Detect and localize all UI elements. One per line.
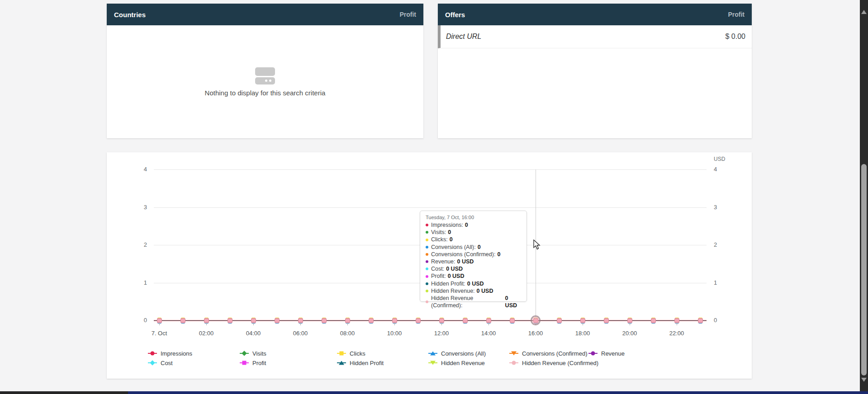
x-axis-label: 18:00	[569, 330, 596, 337]
legend-label: Conversions (Confirmed)	[522, 350, 588, 357]
chart-tooltip: Tuesday, 7 Oct, 16:00 Impressions:0Visit…	[420, 211, 527, 302]
y-axis-label-right: 2	[714, 241, 732, 248]
y-axis-label-right: 1	[714, 279, 732, 286]
zero-value-line	[154, 320, 707, 321]
triangle-down-marker-icon	[509, 350, 518, 356]
offer-row-direct-url[interactable]: Direct URL $ 0.00	[438, 25, 752, 48]
legend-item-hidden-revenue-confirmed[interactable]: Hidden Revenue (Confirmed)	[509, 360, 598, 366]
y-axis-label-right: 0	[714, 317, 732, 324]
series-color-dot	[426, 260, 428, 263]
legend-item-revenue[interactable]: Revenue	[588, 350, 625, 356]
server-icon	[255, 67, 275, 84]
x-axis-label: 20:00	[616, 330, 643, 337]
x-axis-label: 02:00	[193, 330, 220, 337]
legend-label: Conversions (All)	[441, 350, 486, 357]
x-axis-tick	[159, 322, 160, 325]
circle-marker-icon	[148, 350, 157, 356]
circle-marker-icon	[588, 350, 598, 356]
x-axis-label: 12:00	[428, 330, 455, 337]
x-axis-tick	[300, 322, 301, 325]
series-color-dot	[426, 275, 428, 278]
circle-marker-icon	[509, 360, 518, 366]
data-point-marker-13:00[interactable]	[463, 318, 468, 323]
data-point-marker-15:00[interactable]	[510, 318, 515, 323]
offers-panel: Offers Profit Direct URL $ 0.00	[438, 4, 752, 138]
tooltip-title: Tuesday, 7 Oct, 16:00	[426, 215, 521, 220]
gridline-y4	[154, 169, 707, 170]
legend-label: Hidden Profit	[350, 360, 384, 366]
diamond-marker-icon	[148, 360, 157, 366]
data-point-marker-21:00[interactable]	[651, 318, 656, 323]
x-axis-label: 10:00	[381, 330, 408, 337]
x-axis-tick	[347, 322, 348, 325]
data-point-marker-11:00[interactable]	[416, 318, 421, 323]
x-axis-tick	[630, 322, 630, 325]
vertical-scrollbar[interactable]	[860, 0, 868, 391]
mouse-cursor-icon	[533, 239, 541, 250]
legend-item-hidden-profit[interactable]: Hidden Profit	[337, 360, 384, 366]
series-color-dot	[426, 253, 428, 256]
empty-state-message: Nothing to display for this search crite…	[205, 89, 326, 97]
series-color-dot	[426, 282, 428, 285]
tooltip-row: Impressions:0	[426, 221, 521, 229]
x-axis-label: 7. Oct	[146, 330, 173, 337]
data-point-marker-17:00[interactable]	[557, 318, 562, 323]
y-axis-label-left: 3	[129, 204, 147, 211]
legend-item-profit[interactable]: Profit	[240, 360, 266, 366]
data-point-marker-09:00[interactable]	[369, 318, 374, 323]
y-axis-label-left: 4	[129, 166, 147, 173]
square-marker-icon	[337, 350, 346, 356]
series-color-dot	[426, 267, 428, 270]
offers-panel-title: Offers	[445, 11, 465, 19]
scroll-up-icon[interactable]	[861, 10, 867, 14]
triangle-down-marker-icon	[428, 360, 437, 366]
data-point-marker-05:00[interactable]	[275, 318, 280, 323]
x-axis-tick	[253, 322, 254, 325]
data-point-marker-07:00[interactable]	[322, 318, 327, 323]
legend-label: Hidden Revenue (Confirmed)	[522, 360, 598, 366]
y-axis-label-left: 0	[129, 317, 147, 324]
legend-label: Profit	[252, 360, 266, 366]
data-point-marker-03:00[interactable]	[228, 318, 232, 323]
x-axis-tick	[394, 322, 395, 325]
countries-panel-header: Countries Profit	[107, 4, 423, 25]
data-point-marker-19:00[interactable]	[604, 318, 609, 323]
legend-item-visits[interactable]: Visits	[240, 350, 266, 356]
y-axis-label-left: 1	[129, 279, 147, 286]
series-color-dot	[426, 231, 428, 234]
x-axis-tick	[583, 322, 583, 325]
legend-item-conversions-confirmed[interactable]: Conversions (Confirmed)	[509, 350, 588, 356]
series-color-dot	[426, 300, 428, 303]
data-point-marker-23:00[interactable]	[698, 318, 703, 323]
legend-item-hidden-revenue[interactable]: Hidden Revenue	[428, 360, 485, 366]
triangle-up-marker-icon	[337, 360, 346, 366]
series-color-dot	[426, 290, 428, 292]
hovered-point-halo	[531, 315, 541, 325]
scrollbar-thumb[interactable]	[861, 164, 867, 375]
data-point-marker-01:00[interactable]	[180, 318, 185, 323]
tooltip-row: Hidden Revenue:0 USD	[426, 287, 521, 295]
legend-item-clicks[interactable]: Clicks	[337, 350, 365, 356]
tooltip-row: Hidden Profit:0 USD	[426, 280, 521, 287]
countries-empty-state: Nothing to display for this search crite…	[107, 25, 423, 138]
countries-panel: Countries Profit Nothing to display for …	[107, 4, 423, 138]
series-color-dot	[426, 239, 428, 241]
x-axis-label: 16:00	[522, 330, 549, 337]
bottom-edge-bar-left	[0, 391, 128, 394]
bottom-edge-bar	[0, 391, 868, 394]
legend-label: Visits	[252, 350, 266, 357]
offers-metric-header: Profit	[728, 11, 745, 18]
legend-item-conversions-all[interactable]: Conversions (All)	[428, 350, 486, 356]
legend-label: Revenue	[601, 350, 625, 357]
offers-panel-header: Offers Profit	[438, 4, 752, 25]
chart-panel: USD 44332211007. Oct02:0004:0006:0008:00…	[107, 152, 752, 379]
legend-label: Cost	[161, 360, 173, 366]
legend-item-impressions[interactable]: Impressions	[148, 350, 192, 356]
legend-item-cost[interactable]: Cost	[148, 360, 173, 366]
offer-profit-value: $ 0.00	[726, 33, 745, 41]
scroll-down-icon[interactable]	[861, 378, 867, 382]
series-color-dot	[426, 224, 428, 226]
x-axis-label: 14:00	[475, 330, 502, 337]
tooltip-row: Hidden Revenue (Confirmed):0 USD	[426, 295, 521, 309]
y-axis-label-right: 4	[714, 166, 732, 173]
